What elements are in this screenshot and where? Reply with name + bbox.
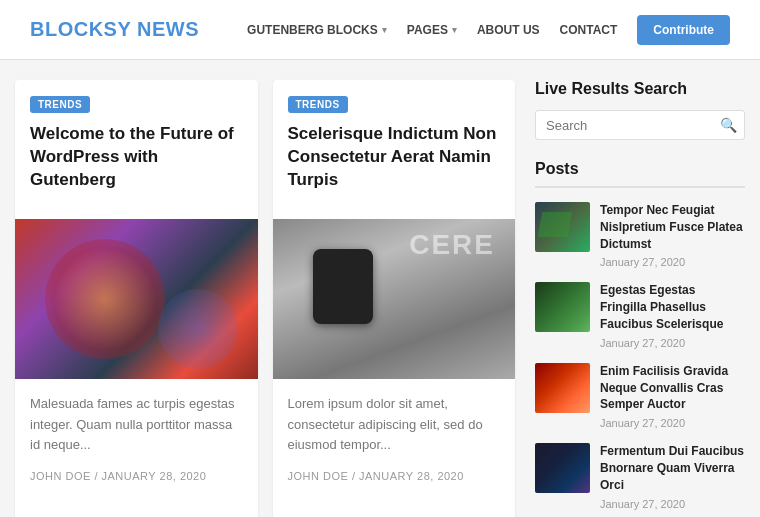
search-icon[interactable]: 🔍 [720,117,737,133]
content-area: TRENDS Welcome to the Future of WordPres… [15,80,515,517]
article-card-2: TRENDS Scelerisque Indictum Non Consecte… [273,80,516,517]
nav-pages[interactable]: PAGES ▾ [407,23,457,37]
post-thumb-1 [535,202,590,252]
search-section: Live Results Search 🔍 [535,80,745,140]
post-thumb-img-4 [535,443,590,493]
post-item-4: Fermentum Dui Faucibus Bnornare Quam Viv… [535,443,745,509]
article-image-1 [15,219,258,379]
post-info-1: Tempor Nec Feugiat Nislpretium Fusce Pla… [600,202,745,268]
posts-section: Posts Tempor Nec Feugiat Nislpretium Fus… [535,160,745,510]
card-body-2: Lorem ipsum dolor sit amet, consectetur … [273,379,516,497]
post-thumb-2 [535,282,590,332]
article-title-1: Welcome to the Future of WordPress with … [30,123,243,192]
nav-about-us[interactable]: ABOUT US [477,23,540,37]
search-title: Live Results Search [535,80,745,98]
post-item-1: Tempor Nec Feugiat Nislpretium Fusce Pla… [535,202,745,268]
post-item-3: Enim Facilisis Gravida Neque Convallis C… [535,363,745,429]
article-meta-2: JOHN DOE / JANUARY 28, 2020 [288,470,501,482]
article-image-2 [273,219,516,379]
chevron-down-icon: ▾ [382,25,387,35]
nav: GUTENBERG BLOCKS ▾ PAGES ▾ ABOUT US CONT… [247,15,730,45]
post-item-2: Egestas Egestas Fringilla Phasellus Fauc… [535,282,745,348]
header: BLOCKSY NEWS GUTENBERG BLOCKS ▾ PAGES ▾ … [0,0,760,60]
post-date-4: January 27, 2020 [600,498,745,510]
search-box: 🔍 [535,110,745,140]
article-meta-1: JOHN DOE / JANUARY 28, 2020 [30,470,243,482]
logo-blue: NEWS [137,18,199,40]
post-title-1[interactable]: Tempor Nec Feugiat Nislpretium Fusce Pla… [600,202,745,252]
logo-black: BLOCKSY [30,18,131,40]
post-date-3: January 27, 2020 [600,417,745,429]
post-title-3[interactable]: Enim Facilisis Gravida Neque Convallis C… [600,363,745,413]
sidebar: Live Results Search 🔍 Posts Tempor Nec F… [535,80,745,517]
post-thumb-4 [535,443,590,493]
post-date-2: January 27, 2020 [600,337,745,349]
article-excerpt-1: Malesuada fames ac turpis egestas intege… [30,394,243,456]
post-title-4[interactable]: Fermentum Dui Faucibus Bnornare Quam Viv… [600,443,745,493]
article-card-1: TRENDS Welcome to the Future of WordPres… [15,80,258,517]
article-excerpt-2: Lorem ipsum dolor sit amet, consectetur … [288,394,501,456]
chevron-down-icon: ▾ [452,25,457,35]
post-info-3: Enim Facilisis Gravida Neque Convallis C… [600,363,745,429]
post-info-4: Fermentum Dui Faucibus Bnornare Quam Viv… [600,443,745,509]
post-thumb-3 [535,363,590,413]
search-input[interactable] [546,118,714,133]
nav-contact[interactable]: CONTACT [560,23,618,37]
card-inner-1: TRENDS Welcome to the Future of WordPres… [15,80,258,219]
card-body-1: Malesuada fames ac turpis egestas intege… [15,379,258,497]
logo: BLOCKSY NEWS [30,18,199,41]
post-thumb-img-2 [535,282,590,332]
posts-title: Posts [535,160,745,188]
contribute-button[interactable]: Contribute [637,15,730,45]
main-container: TRENDS Welcome to the Future of WordPres… [0,60,760,517]
post-info-2: Egestas Egestas Fringilla Phasellus Fauc… [600,282,745,348]
post-thumb-img-1 [535,202,590,252]
post-thumb-img-3 [535,363,590,413]
tag-badge-2[interactable]: TRENDS [288,96,348,113]
nav-gutenberg-blocks[interactable]: GUTENBERG BLOCKS ▾ [247,23,387,37]
article-title-2: Scelerisque Indictum Non Consectetur Aer… [288,123,501,192]
post-title-2[interactable]: Egestas Egestas Fringilla Phasellus Fauc… [600,282,745,332]
tag-badge-1[interactable]: TRENDS [30,96,90,113]
card-inner-2: TRENDS Scelerisque Indictum Non Consecte… [273,80,516,219]
post-date-1: January 27, 2020 [600,256,745,268]
